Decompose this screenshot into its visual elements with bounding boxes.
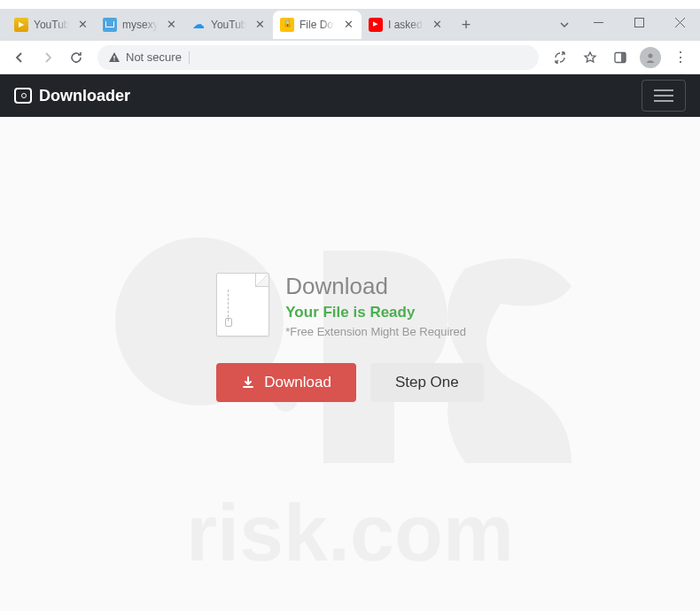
close-icon[interactable]: ✕ xyxy=(165,19,177,31)
svg-rect-2 xyxy=(113,56,114,59)
hamburger-menu-button[interactable] xyxy=(642,80,686,112)
forward-button[interactable] xyxy=(35,45,60,70)
bookmark-button[interactable] xyxy=(578,45,603,70)
favicon-youtube-icon xyxy=(369,18,383,32)
security-label: Not secure xyxy=(126,50,182,64)
svg-rect-5 xyxy=(621,52,626,62)
favicon-cloud-icon xyxy=(191,18,206,32)
close-icon[interactable]: ✕ xyxy=(431,19,443,31)
close-window-button[interactable] xyxy=(659,9,700,35)
tab-title: YouTube xyxy=(211,19,248,31)
close-icon[interactable]: ✕ xyxy=(76,19,89,31)
tab-title: mysexymandy xyxy=(122,19,159,31)
zip-file-icon xyxy=(216,273,269,336)
download-ready-label: Your File is Ready xyxy=(285,304,466,321)
step-one-button[interactable]: Step One xyxy=(370,363,484,402)
brand-label: Downloader xyxy=(39,87,130,105)
download-note: *Free Extension Might Be Required xyxy=(285,325,466,338)
download-button-label: Download xyxy=(264,374,331,391)
tab-title: YouTube xyxy=(34,19,71,31)
share-button[interactable] xyxy=(548,45,572,70)
svg-point-3 xyxy=(113,59,115,61)
download-panel: Download Your File is Ready *Free Extens… xyxy=(216,273,483,402)
tab-title: File Download xyxy=(299,19,337,31)
camera-icon xyxy=(14,88,32,104)
tab-search-button[interactable] xyxy=(551,9,578,41)
warning-icon xyxy=(108,51,121,64)
svg-rect-1 xyxy=(634,18,643,27)
favicon-youtube-icon xyxy=(14,18,28,32)
tab-youtube[interactable]: YouTube ✕ xyxy=(7,11,96,39)
new-tab-button[interactable]: + xyxy=(454,12,478,37)
browser-toolbar: Not secure ⋮ xyxy=(0,41,700,74)
tab-title: I asked an AI xyxy=(388,19,425,31)
menu-button[interactable]: ⋮ xyxy=(668,49,693,66)
page-content: risk.com Download Your File is Ready *Fr… xyxy=(0,117,700,611)
maximize-button[interactable] xyxy=(618,9,659,35)
svg-point-6 xyxy=(649,53,653,58)
brand[interactable]: Downloader xyxy=(14,87,130,105)
reload-button[interactable] xyxy=(64,45,89,70)
tab-file-download[interactable]: File Download ✕ xyxy=(273,11,362,39)
close-icon[interactable]: ✕ xyxy=(253,19,266,31)
favicon-lock-icon xyxy=(280,18,294,32)
close-icon[interactable]: ✕ xyxy=(342,19,354,31)
minimize-button[interactable] xyxy=(578,9,618,35)
download-button[interactable]: Download xyxy=(216,363,356,402)
step-one-label: Step One xyxy=(395,374,459,391)
download-icon xyxy=(241,375,255,390)
svg-rect-0 xyxy=(594,22,603,23)
svg-text:risk.com: risk.com xyxy=(186,489,514,577)
avatar-icon xyxy=(640,47,661,68)
tab-mysexy[interactable]: mysexymandy ✕ xyxy=(96,11,184,39)
sidepanel-button[interactable] xyxy=(608,45,633,70)
tab-youtube-dl[interactable]: YouTube ✕ xyxy=(184,11,273,39)
profile-button[interactable] xyxy=(638,45,663,70)
tab-iasked[interactable]: I asked an AI ✕ xyxy=(362,11,450,39)
download-heading: Download xyxy=(285,273,466,300)
favicon-site-icon xyxy=(103,18,117,32)
address-bar[interactable]: Not secure xyxy=(97,45,539,70)
tab-strip: YouTube ✕ mysexymandy ✕ YouTube ✕ File D… xyxy=(0,9,700,41)
page-navbar: Downloader xyxy=(0,74,700,117)
security-indicator[interactable]: Not secure xyxy=(108,50,182,64)
back-button[interactable] xyxy=(7,45,32,70)
